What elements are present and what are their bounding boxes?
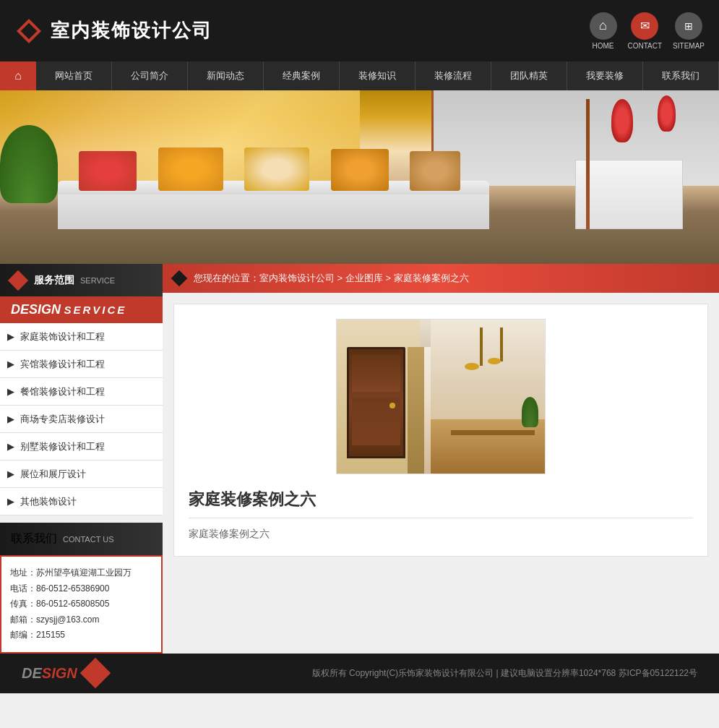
contact-info-box: 地址：苏州望亭镇迎湖工业园万 电话：86-0512-65386900 传真：86… [0, 555, 163, 654]
arrow-icon: ▶ [7, 441, 14, 452]
arrow-icon: ▶ [7, 414, 14, 424]
arrow-icon: ▶ [7, 359, 14, 369]
design-service-banner: DESIGN SERVICE [0, 296, 163, 323]
side-table [575, 160, 683, 229]
nav-item-process[interactable]: 装修流程 [416, 61, 491, 90]
sidebar-item-hotel[interactable]: ▶ 宾馆装修设计和工程 [0, 351, 163, 378]
hero-banner [0, 90, 719, 264]
sidebar-item-exhibition[interactable]: ▶ 展位和展厅设计 [0, 461, 163, 488]
lamp-wire-1 [480, 327, 483, 366]
nav-item-about[interactable]: 公司简介 [112, 61, 188, 90]
footer-design-label: DESIGN [22, 665, 77, 682]
room-door [347, 347, 405, 458]
arrow-icon: ▶ [7, 496, 14, 507]
home-icon-circle: ⌂ [590, 12, 617, 40]
breadcrumb-diamond-icon [171, 270, 188, 287]
contact-nav-icon[interactable]: ✉ CONTACT [628, 12, 663, 50]
nav-item-contact[interactable]: 联系我们 [643, 61, 719, 90]
room-bg [337, 320, 545, 474]
product-description: 家庭装修案例之六 [189, 526, 693, 541]
sitemap-nav-icon[interactable]: ⊞ SITEMAP [673, 12, 705, 50]
nav-items: 网站首页 公司简介 新闻动态 经典案例 装修知识 装修流程 团队精英 我要装修 … [36, 61, 719, 90]
design-text: DE [22, 665, 42, 681]
service-title: 服务范围 [34, 274, 74, 287]
kitchen-counter [431, 419, 545, 474]
sidebar-item-other[interactable]: ▶ 其他装饰设计 [0, 488, 163, 515]
arrow-icon: ▶ [7, 386, 14, 397]
plant-left [0, 125, 58, 203]
contact-zipcode: 邮编：215155 [10, 628, 152, 643]
home-nav-icon[interactable]: ⌂ HOME [590, 12, 617, 50]
service-label: SERVICE [64, 304, 126, 316]
footer: DESIGN 版权所有 Copyright(C)乐饰家装饰设计有限公司 | 建议… [0, 654, 719, 693]
contact-phone: 电话：86-0512-65386900 [10, 581, 152, 597]
arrow-icon: ▶ [7, 331, 14, 342]
product-image [336, 319, 546, 474]
contact-fax: 传真：86-0512-65808505 [10, 596, 152, 612]
contact-title: 联系我们 [11, 531, 57, 547]
plant [522, 397, 538, 428]
contact-address: 地址：苏州望亭镇迎湖工业园万 [10, 565, 152, 581]
home-nav-icon: ⌂ [14, 69, 22, 82]
pillow-orange1 [158, 147, 223, 191]
contact-subtitle: CONTACT US [63, 535, 114, 544]
navigation-bar: ⌂ 网站首页 公司简介 新闻动态 经典案例 装修知识 装修流程 团队精英 我要装… [0, 61, 719, 90]
lantern-1 [611, 99, 633, 142]
product-title: 家庭装修案例之六 [189, 489, 693, 518]
contact-email: 邮箱：szysjj@163.com [10, 612, 152, 628]
sitemap-icon: ⊞ [684, 20, 693, 32]
lantern-2 [658, 95, 676, 132]
pillow-red [79, 151, 137, 191]
footer-diamond-icon [79, 658, 110, 688]
nav-item-home[interactable]: 网站首页 [36, 61, 112, 90]
nav-item-team[interactable]: 团队精英 [491, 61, 567, 90]
nav-home-button[interactable]: ⌂ [0, 61, 36, 90]
sidebar: 服务范围 SERVICE DESIGN SERVICE ▶ 家庭装饰设计和工程 … [0, 264, 163, 654]
design-label: DESIGN [11, 302, 61, 317]
sitemap-label: SITEMAP [673, 42, 705, 50]
contact-icon-circle: ✉ [631, 12, 658, 40]
nav-item-knowledge[interactable]: 装修知识 [340, 61, 416, 90]
breadcrumb-bar: 您现在的位置：室内装饰设计公司 > 企业图库 > 家庭装修案例之六 [163, 264, 719, 293]
contact-icon: ✉ [640, 19, 650, 33]
table-top [451, 430, 534, 434]
lamp-shade-1 [465, 363, 479, 370]
lamp-shade-2 [488, 358, 501, 364]
divider-pole [586, 99, 590, 229]
sitemap-icon-circle: ⊞ [675, 12, 702, 40]
sidebar-item-villa[interactable]: ▶ 别墅装修设计和工程 [0, 433, 163, 461]
content-area: 您现在的位置：室内装饰设计公司 > 企业图库 > 家庭装修案例之六 [163, 264, 719, 654]
home-icon: ⌂ [599, 18, 607, 33]
sidebar-item-mall[interactable]: ▶ 商场专卖店装修设计 [0, 406, 163, 433]
service-section-header: 服务范围 SERVICE [0, 264, 163, 296]
main-wrapper: 服务范围 SERVICE DESIGN SERVICE ▶ 家庭装饰设计和工程 … [0, 264, 719, 654]
breadcrumb: 您现在的位置：室内装饰设计公司 > 企业图库 > 家庭装修案例之六 [194, 272, 469, 285]
logo-area: 室内装饰设计公司 [14, 17, 212, 46]
nav-item-news[interactable]: 新闻动态 [188, 61, 264, 90]
pillow-beige [244, 147, 309, 191]
design-accent: SIGN [42, 665, 77, 681]
logo-text: 室内装饰设计公司 [51, 18, 212, 43]
arrow-icon: ▶ [7, 468, 14, 479]
door-upper-panel [352, 355, 400, 393]
sidebar-item-restaurant[interactable]: ▶ 餐馆装修设计和工程 [0, 378, 163, 406]
lamp-wire-2 [500, 327, 503, 361]
banner-scene [0, 90, 719, 264]
home-label: HOME [593, 42, 614, 50]
pillow-orange2 [331, 149, 389, 191]
service-subtitle: SERVICE [80, 276, 115, 285]
nav-item-decorate[interactable]: 我要装修 [567, 61, 643, 90]
footer-brand: DESIGN [22, 662, 106, 684]
product-image-container [189, 319, 693, 474]
product-content-box: 家庭装修案例之六 家庭装修案例之六 [173, 304, 708, 557]
red-diamond-icon [8, 270, 28, 290]
header: 室内装饰设计公司 ⌂ HOME ✉ CONTACT ⊞ SITEMAP [0, 0, 719, 61]
door-handle [389, 403, 395, 408]
nav-item-cases[interactable]: 经典案例 [264, 61, 340, 90]
sidebar-item-home-decoration[interactable]: ▶ 家庭装饰设计和工程 [0, 323, 163, 351]
contact-label: CONTACT [628, 42, 663, 50]
wall-divider [408, 347, 424, 474]
pillow-brown [410, 151, 460, 191]
contact-section-header: 联系我们 CONTACT US [0, 523, 163, 555]
footer-copyright: 版权所有 Copyright(C)乐饰家装饰设计有限公司 | 建议电脑设置分辨率… [312, 667, 697, 680]
